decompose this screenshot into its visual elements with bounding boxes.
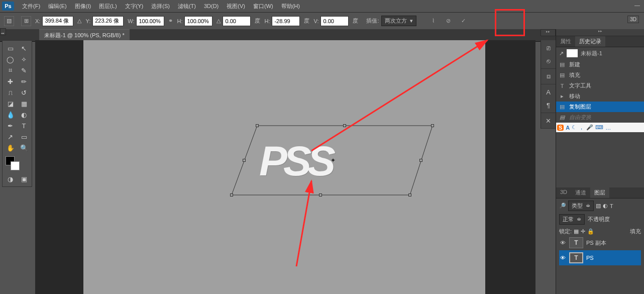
history-item[interactable]: ▤新建 bbox=[556, 59, 644, 70]
history-item[interactable]: ▤自由变换 bbox=[556, 112, 644, 123]
paragraph-panel-icon[interactable]: ¶ bbox=[544, 101, 553, 110]
heal-tool-icon[interactable]: ✚ bbox=[4, 76, 17, 87]
move-tool-icon[interactable]: ▭ bbox=[4, 43, 17, 54]
tab-history[interactable]: 历史记录 bbox=[575, 36, 605, 47]
transform-handle[interactable] bbox=[419, 159, 422, 162]
ime-mode[interactable]: A bbox=[566, 125, 570, 131]
transform-handle[interactable] bbox=[256, 124, 259, 127]
layer-name[interactable]: PS bbox=[586, 255, 594, 261]
tab-properties[interactable]: 属性 bbox=[556, 36, 575, 47]
link-icon[interactable]: ⚭ bbox=[168, 18, 173, 24]
filter-adjust-icon[interactable]: ◐ bbox=[603, 203, 608, 209]
pen-tool-icon[interactable]: ✒ bbox=[4, 120, 17, 131]
layer-row[interactable]: 👁 T PS 副本 bbox=[559, 235, 641, 250]
layer-kind-select[interactable]: 类型 ≑ bbox=[568, 201, 594, 211]
menu-layer[interactable]: 图层(L) bbox=[95, 1, 121, 12]
ime-toolbar[interactable]: S A ☾ ， 🎤 ⌨ … bbox=[556, 123, 644, 132]
menu-select[interactable]: 选择(S) bbox=[147, 1, 174, 12]
vskew-input[interactable] bbox=[320, 16, 349, 26]
history-brush-source-icon[interactable]: ↗ bbox=[559, 50, 564, 57]
blur-tool-icon[interactable]: 💧 bbox=[4, 109, 17, 120]
layer-name[interactable]: PS 副本 bbox=[586, 239, 606, 247]
transform-handle[interactable] bbox=[319, 193, 322, 197]
history-item[interactable]: T文字工具 bbox=[556, 80, 644, 91]
tab-channels[interactable]: 通道 bbox=[571, 187, 590, 198]
menu-window[interactable]: 窗口(W) bbox=[249, 1, 277, 12]
history-item[interactable]: ▤填充 bbox=[556, 70, 644, 80]
visibility-icon[interactable]: 👁 bbox=[559, 255, 566, 261]
shape-tool-icon[interactable]: ▭ bbox=[17, 131, 31, 142]
hand-tool-icon[interactable]: ✋ bbox=[4, 142, 17, 153]
transform-handle[interactable] bbox=[230, 193, 233, 197]
transform-handle[interactable] bbox=[243, 159, 246, 162]
zoom-tool-icon[interactable]: 🔍 bbox=[17, 142, 31, 153]
angle-input[interactable] bbox=[223, 16, 251, 26]
3d-mode-button[interactable]: 3D bbox=[627, 16, 639, 23]
cancel-transform-icon[interactable]: ⊘ bbox=[443, 15, 455, 27]
brush-tool-icon[interactable]: ✏ bbox=[17, 76, 31, 87]
menu-type[interactable]: 文字(Y) bbox=[121, 1, 148, 12]
w-input[interactable] bbox=[136, 16, 164, 26]
h-input[interactable] bbox=[184, 16, 212, 26]
wand-tool-icon[interactable]: ✧ bbox=[17, 54, 31, 65]
history-document[interactable]: ↗ 未标题-1 bbox=[556, 47, 644, 59]
ime-keyboard-icon[interactable]: ⌨ bbox=[595, 124, 603, 131]
panels-collapse[interactable]: ▸▸ bbox=[556, 29, 644, 36]
type-tool-icon[interactable]: T bbox=[17, 120, 31, 131]
interp-select[interactable]: 两次立方 ▾ bbox=[381, 16, 416, 26]
commit-transform-icon[interactable]: ✓ bbox=[458, 15, 470, 27]
y-input[interactable] bbox=[92, 16, 124, 26]
color-panel-icon[interactable]: ⎚ bbox=[544, 43, 553, 52]
ime-icon[interactable]: ☾ bbox=[572, 124, 577, 131]
ime-icon[interactable]: ， bbox=[579, 124, 584, 131]
ime-more-icon[interactable]: … bbox=[605, 125, 611, 131]
lock-all-icon[interactable]: 🔒 bbox=[587, 228, 594, 235]
background-swatch[interactable] bbox=[11, 161, 20, 170]
eyedropper-tool-icon[interactable]: ✎ bbox=[17, 65, 31, 76]
hskew-input[interactable] bbox=[272, 16, 300, 26]
filter-type-icon[interactable]: T bbox=[610, 203, 613, 209]
warp-mode-icon[interactable]: ⌇ bbox=[427, 15, 440, 27]
menu-filter[interactable]: 滤镜(T) bbox=[174, 1, 200, 12]
transform-handle[interactable] bbox=[408, 193, 411, 197]
history-brush-icon[interactable]: ↺ bbox=[17, 87, 31, 98]
ime-mic-icon[interactable]: 🎤 bbox=[586, 124, 593, 131]
filter-icon[interactable]: 🔎 bbox=[559, 203, 566, 209]
menu-edit[interactable]: 编辑(E) bbox=[44, 1, 71, 12]
delta-icon[interactable]: △ bbox=[77, 18, 81, 24]
lock-pixels-icon[interactable]: ▦ bbox=[574, 228, 579, 235]
tools-panel-icon[interactable]: ✕ bbox=[544, 116, 553, 125]
x-input[interactable] bbox=[42, 16, 73, 26]
visibility-icon[interactable]: 👁 bbox=[559, 240, 566, 246]
arrow-tool-icon[interactable]: ↖ bbox=[17, 43, 31, 54]
eraser-tool-icon[interactable]: ◪ bbox=[4, 98, 17, 109]
transform-center-icon[interactable]: ✦ bbox=[331, 157, 336, 164]
layer-row[interactable]: 👁 T PS bbox=[559, 250, 641, 265]
menu-help[interactable]: 帮助(H) bbox=[277, 1, 304, 12]
transform-handle[interactable] bbox=[431, 124, 434, 127]
stamp-tool-icon[interactable]: ⎍ bbox=[4, 87, 17, 98]
history-item[interactable]: ▤复制图层 bbox=[556, 102, 644, 112]
adjust-panel-icon[interactable]: ⧈ bbox=[544, 72, 553, 81]
quickmask-icon[interactable]: ◑ bbox=[4, 173, 17, 184]
gradient-tool-icon[interactable]: ▦ bbox=[17, 98, 31, 109]
menu-file[interactable]: 文件(F) bbox=[18, 1, 44, 12]
lock-position-icon[interactable]: ✛ bbox=[581, 228, 585, 235]
tab-layers[interactable]: 图层 bbox=[590, 187, 609, 198]
reference-point-icon[interactable]: ⊞ bbox=[21, 16, 31, 26]
right-strip-collapse[interactable]: ▸▸ bbox=[541, 29, 556, 36]
left-panel-collapse[interactable] bbox=[0, 28, 6, 35]
path-select-icon[interactable]: ↗ bbox=[4, 131, 17, 142]
menu-3d[interactable]: 3D(D) bbox=[200, 2, 223, 11]
filter-pixel-icon[interactable]: ▧ bbox=[596, 203, 601, 209]
color-swatches[interactable] bbox=[4, 156, 31, 171]
canvas[interactable]: PSS ✦ bbox=[83, 40, 485, 294]
menu-image[interactable]: 图像(I) bbox=[71, 1, 95, 12]
history-item[interactable]: ▸移动 bbox=[556, 91, 644, 102]
dodge-tool-icon[interactable]: ◐ bbox=[17, 109, 31, 120]
menu-view[interactable]: 视图(V) bbox=[223, 1, 249, 12]
screenmode-icon[interactable]: ▣ bbox=[17, 173, 31, 184]
crop-tool-icon[interactable]: ⌗ bbox=[4, 65, 17, 76]
transform-handle[interactable] bbox=[343, 124, 346, 127]
tab-3d[interactable]: 3D bbox=[556, 187, 571, 198]
